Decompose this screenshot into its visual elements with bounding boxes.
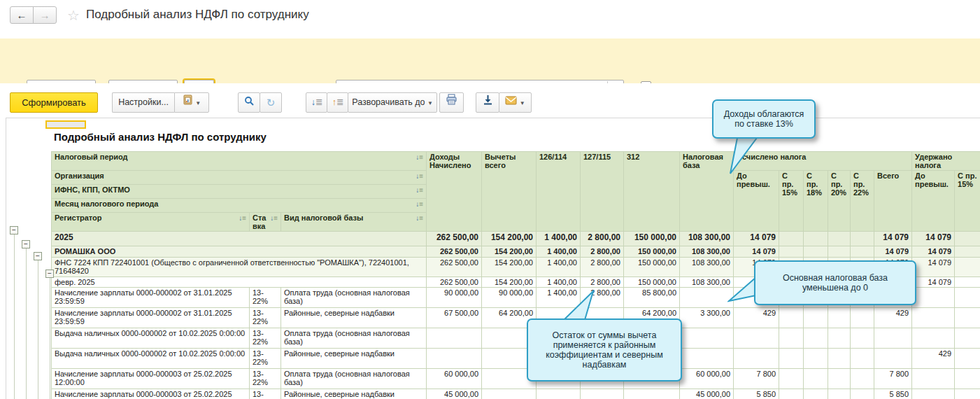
value-cell[interactable]: 262 500,00 — [427, 246, 482, 258]
rate-cell[interactable]: 13-22% — [250, 349, 281, 369]
value-cell[interactable]: 5 850 — [734, 389, 779, 399]
value-cell[interactable] — [828, 246, 851, 258]
value-cell[interactable] — [680, 288, 734, 308]
header-month[interactable]: Месяц налогового периода — [52, 199, 427, 213]
value-cell[interactable] — [828, 232, 851, 246]
value-cell[interactable] — [804, 369, 828, 389]
value-cell[interactable]: 150 000,00 — [624, 246, 680, 258]
value-cell[interactable] — [779, 246, 804, 258]
value-cell[interactable]: 262 500,00 — [427, 277, 482, 288]
value-cell[interactable]: 154 200,00 — [482, 277, 537, 288]
value-cell[interactable] — [680, 349, 734, 369]
expand-all-button[interactable]: ↓≣ — [306, 92, 327, 113]
header-calc-18[interactable]: С пр. 18% — [804, 171, 828, 232]
value-cell[interactable] — [804, 232, 828, 246]
registrar-cell[interactable]: Начисление зарплаты 0000-000003 от 25.02… — [52, 369, 250, 389]
sort-icon[interactable] — [416, 172, 423, 180]
search-next-button[interactable]: ↻ — [260, 92, 282, 113]
search-button[interactable] — [238, 92, 260, 113]
header-calc-22[interactable]: С пр. 22% — [851, 171, 874, 232]
value-cell[interactable]: 108 300,00 — [680, 246, 734, 258]
value-cell[interactable] — [624, 389, 680, 399]
value-cell[interactable] — [955, 349, 980, 369]
value-cell[interactable]: 150 000,00 — [624, 232, 680, 246]
value-cell[interactable]: 90 000,00 — [482, 288, 537, 308]
expand-to-button[interactable]: Разворачивать до ▼ — [348, 92, 437, 113]
value-cell[interactable]: 1 400,00 — [537, 232, 581, 246]
value-cell[interactable] — [851, 389, 874, 399]
header-base-kind[interactable]: Вид налоговой базы — [281, 213, 427, 232]
value-cell[interactable] — [779, 349, 804, 369]
value-cell[interactable]: 3 300,00 — [680, 308, 734, 328]
collapse-all-button[interactable]: ↑≣ — [327, 92, 348, 113]
registrar-cell[interactable]: Начисление зарплаты 0000-000002 от 31.01… — [52, 308, 250, 328]
value-cell[interactable]: 108 300,00 — [680, 232, 734, 246]
mail-button[interactable]: ▼ — [499, 92, 532, 113]
value-cell[interactable] — [912, 288, 955, 308]
value-cell[interactable]: 90 000,00 — [427, 288, 482, 308]
value-cell[interactable] — [912, 328, 955, 349]
value-cell[interactable] — [912, 369, 955, 389]
sort-icon[interactable] — [270, 214, 278, 222]
value-cell[interactable] — [680, 328, 734, 349]
value-cell[interactable] — [537, 389, 581, 399]
value-cell[interactable] — [851, 328, 874, 349]
value-cell[interactable]: 429 — [912, 349, 955, 369]
group-label-cell[interactable]: РОМАШКА ООО — [52, 246, 427, 258]
header-withheld-group[interactable]: Удержано налога — [912, 152, 980, 171]
value-cell[interactable] — [828, 308, 851, 328]
value-cell[interactable] — [912, 389, 955, 399]
value-cell[interactable] — [779, 369, 804, 389]
tree-expander[interactable]: − — [34, 252, 42, 260]
header-income[interactable]: ДоходыНачислено — [427, 152, 482, 232]
value-cell[interactable] — [955, 277, 980, 288]
value-cell[interactable]: 67 500,00 — [427, 308, 482, 328]
value-cell[interactable]: 262 500,00 — [427, 232, 482, 246]
rate-cell[interactable]: 13-22% — [250, 288, 281, 308]
group-label-cell[interactable]: 2025 — [52, 232, 427, 246]
sort-icon[interactable] — [416, 186, 423, 194]
back-button[interactable]: ← — [10, 6, 34, 24]
value-cell[interactable] — [734, 328, 779, 349]
value-cell[interactable] — [828, 369, 851, 389]
value-cell[interactable] — [955, 389, 980, 399]
value-cell[interactable]: 108 300,00 — [680, 277, 734, 288]
value-cell[interactable]: 45 000,00 — [680, 389, 734, 399]
value-cell[interactable]: 45 000,00 — [427, 389, 482, 399]
value-cell[interactable] — [804, 389, 828, 399]
value-cell[interactable]: 5 850 — [874, 389, 912, 399]
value-cell[interactable] — [427, 349, 482, 369]
star-icon[interactable]: ☆ — [67, 7, 80, 24]
header-calc-total[interactable]: Всего — [874, 171, 912, 232]
value-cell[interactable] — [874, 349, 912, 369]
print-button[interactable] — [439, 92, 464, 113]
value-cell[interactable] — [851, 369, 874, 389]
header-ifns[interactable]: ИФНС, КПП, ОКТМО — [52, 185, 427, 199]
value-cell[interactable]: 14 079 — [912, 277, 955, 288]
header-312[interactable]: 312 — [624, 152, 680, 232]
group-label-cell[interactable]: ФНС 7224 КПП 722401001 (Общество с огран… — [52, 258, 427, 277]
value-cell[interactable]: 2 800,00 — [581, 258, 624, 277]
header-rate[interactable]: Ставка — [250, 213, 281, 232]
value-cell[interactable]: 14 079 — [912, 246, 955, 258]
value-cell[interactable] — [851, 349, 874, 369]
base-kind-cell[interactable]: Оплата труда (основная налоговая база) — [281, 369, 427, 389]
value-cell[interactable] — [851, 232, 874, 246]
value-cell[interactable]: 1 400,00 — [537, 246, 581, 258]
value-cell[interactable] — [779, 389, 804, 399]
header-tax-base[interactable]: Налоговая база — [680, 152, 734, 232]
header-withheld-below[interactable]: До превыш. — [912, 171, 955, 232]
rate-cell[interactable]: 13-22% — [250, 369, 281, 389]
value-cell[interactable] — [912, 308, 955, 328]
rate-cell[interactable]: 13-22% — [250, 308, 281, 328]
value-cell[interactable]: 429 — [874, 308, 912, 328]
tree-expander[interactable]: − — [22, 240, 30, 248]
value-cell[interactable]: 7 800 — [734, 369, 779, 389]
header-126[interactable]: 126/114 — [537, 152, 581, 232]
value-cell[interactable] — [482, 389, 537, 399]
base-kind-cell[interactable]: Районные, северные надбавки — [281, 308, 427, 328]
value-cell[interactable]: 2 800,00 — [581, 232, 624, 246]
value-cell[interactable] — [851, 246, 874, 258]
value-cell[interactable]: 14 079 — [734, 232, 779, 246]
value-cell[interactable]: 154 200,00 — [482, 232, 537, 246]
